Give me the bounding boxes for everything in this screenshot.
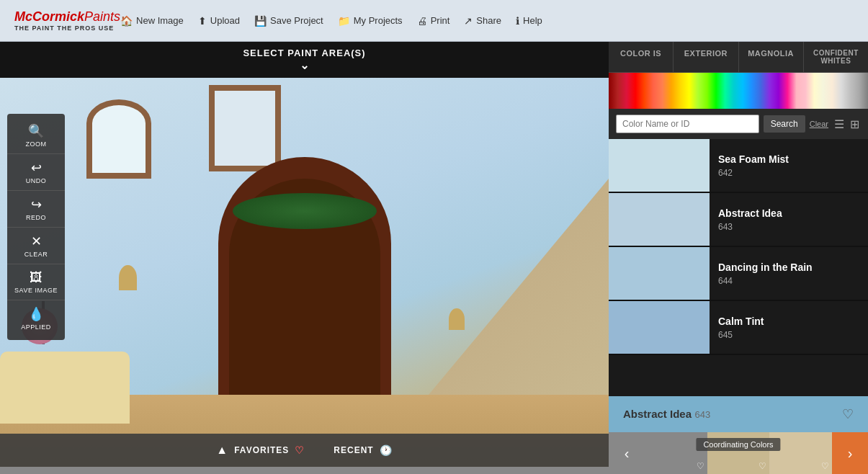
applied-label: APPLIED xyxy=(21,323,51,331)
new-image-label: New Image xyxy=(136,15,184,26)
color-swatch-sea-foam xyxy=(609,139,710,192)
redo-label: REDO xyxy=(26,214,46,221)
print-nav[interactable]: 🖨 Print xyxy=(417,15,450,27)
zoom-tool[interactable]: 🔍 ZOOM xyxy=(7,117,65,154)
applied-tool[interactable]: 💧 APPLIED xyxy=(7,300,65,336)
recent-label: RECENT xyxy=(334,445,373,455)
color-name-dancing-rain: Dancing in the Rain xyxy=(718,261,813,273)
share-nav[interactable]: ↗ Share xyxy=(464,15,501,27)
main-layout: SELECT PAINT AREA(S) ⌄ xyxy=(0,42,868,474)
color-item-calm-tint[interactable]: Calm Tint 645 xyxy=(609,301,868,355)
room-image-container: 🔍 ZOOM ↩ UNDO ↪ REDO ✕ CLEAR 🖼 SAVE xyxy=(0,78,609,467)
room-bg xyxy=(0,78,609,467)
zoom-label: ZOOM xyxy=(26,140,47,148)
window-center xyxy=(209,85,281,171)
clear-link[interactable]: Clear xyxy=(810,120,828,128)
save-image-tool[interactable]: 🖼 SAVE IMAGE xyxy=(7,264,65,300)
chevron-up-icon: ▲ xyxy=(216,444,228,457)
favorites-button[interactable]: ▲ FAVORITES ♡ xyxy=(216,444,305,457)
color-tabs: COLOR IS EXTERIOR MAGNOLIA CONFIDENT WHI… xyxy=(609,42,868,73)
color-swatch-dancing-rain xyxy=(609,247,710,300)
grid-view-icon[interactable]: ⊞ xyxy=(849,116,861,133)
applied-icon: 💧 xyxy=(28,306,44,322)
search-input[interactable] xyxy=(616,115,759,133)
my-projects-label: My Projects xyxy=(354,15,403,26)
color-name-sea-foam: Sea Foam Mist xyxy=(718,153,789,165)
help-label: Help xyxy=(523,15,542,26)
zoom-icon: 🔍 xyxy=(28,123,44,139)
color-item-dancing-rain[interactable]: Dancing in the Rain 644 xyxy=(609,247,868,301)
info-icon: ℹ xyxy=(516,15,519,27)
redo-icon: ↪ xyxy=(31,197,42,213)
color-swatch-abstract-idea xyxy=(609,193,710,246)
color-is-tab[interactable]: COLOR IS xyxy=(609,42,674,72)
new-image-nav[interactable]: 🏠 New Image xyxy=(120,15,184,27)
color-strip-gradient xyxy=(609,73,868,109)
coord-next-button[interactable]: › xyxy=(832,432,868,474)
upload-nav[interactable]: ⬆ Upload xyxy=(198,15,240,27)
undo-icon: ↩ xyxy=(31,160,42,176)
undo-label: UNDO xyxy=(26,177,47,184)
heart-icon: ♡ xyxy=(295,444,305,456)
header: McCormick Paints THE PAINT THE PROS USE … xyxy=(0,0,868,42)
exterior-tab[interactable]: EXTERIOR xyxy=(674,42,738,72)
clear-icon: ✕ xyxy=(31,233,42,249)
my-projects-nav[interactable]: 📁 My Projects xyxy=(338,15,403,27)
chair xyxy=(0,352,130,424)
help-nav[interactable]: ℹ Help xyxy=(516,15,542,27)
folder-icon: 📁 xyxy=(338,15,350,27)
selected-color-info: Abstract Idea 643 xyxy=(623,408,710,421)
share-label: Share xyxy=(476,15,501,26)
selected-color-bar: Abstract Idea 643 ♡ xyxy=(609,396,868,432)
logo-paints: Paints xyxy=(84,9,120,24)
left-panel: SELECT PAINT AREA(S) ⌄ xyxy=(0,42,609,474)
clear-tool[interactable]: ✕ CLEAR xyxy=(7,228,65,264)
tools-panel: 🔍 ZOOM ↩ UNDO ↪ REDO ✕ CLEAR 🖼 SAVE xyxy=(7,114,65,340)
print-icon: 🖨 xyxy=(417,15,427,27)
search-button[interactable]: Search xyxy=(764,115,805,133)
paint-area-title: SELECT PAINT AREA(S) xyxy=(243,48,365,58)
color-swatch-calm-tint xyxy=(609,301,710,354)
wall-light-right xyxy=(449,308,465,330)
color-item-sea-foam[interactable]: Sea Foam Mist 642 xyxy=(609,139,868,193)
upload-label: Upload xyxy=(210,15,240,26)
coord-heart-2[interactable]: ♡ xyxy=(759,461,766,471)
coord-heart-3[interactable]: ♡ xyxy=(821,461,829,471)
color-name-abstract-idea: Abstract Idea xyxy=(718,207,782,219)
list-view-icon[interactable]: ☰ xyxy=(833,116,846,133)
selected-heart-icon[interactable]: ♡ xyxy=(842,406,854,422)
upload-icon: ⬆ xyxy=(198,15,207,27)
redo-tool[interactable]: ↪ REDO xyxy=(7,191,65,228)
home-icon: 🏠 xyxy=(120,15,133,27)
color-info-dancing-rain: Dancing in the Rain 644 xyxy=(710,256,821,292)
coordinating-bar: ‹ ♡ ♡ ♡ Coordinating Colors › xyxy=(609,432,868,474)
color-number-abstract-idea: 643 xyxy=(718,222,782,232)
right-panel: COLOR IS EXTERIOR MAGNOLIA CONFIDENT WHI… xyxy=(609,42,868,474)
favorites-bar: ▲ FAVORITES ♡ RECENT 🕐 xyxy=(0,434,609,467)
save-image-icon: 🖼 xyxy=(30,270,42,285)
color-number-sea-foam: 642 xyxy=(718,168,789,178)
magnolia-tab[interactable]: MAGNOLIA xyxy=(739,42,804,72)
color-strip[interactable] xyxy=(609,73,868,109)
favorites-label: FAVORITES xyxy=(234,445,289,455)
color-item-abstract-idea[interactable]: Abstract Idea 643 xyxy=(609,193,868,247)
window-left xyxy=(86,99,151,179)
clock-icon: 🕐 xyxy=(380,444,393,456)
color-info-sea-foam: Sea Foam Mist 642 xyxy=(710,148,797,184)
color-info-calm-tint: Calm Tint 645 xyxy=(710,310,773,346)
color-number-calm-tint: 645 xyxy=(718,330,764,340)
color-name-calm-tint: Calm Tint xyxy=(718,316,764,327)
recent-button[interactable]: RECENT 🕐 xyxy=(334,444,392,456)
color-list: Sea Foam Mist 642 Abstract Idea 643 Danc… xyxy=(609,139,868,396)
save-project-nav[interactable]: 💾 Save Project xyxy=(254,15,323,27)
search-area: Search Clear ☰ ⊞ xyxy=(609,109,868,139)
color-info-abstract-idea: Abstract Idea 643 xyxy=(710,202,791,238)
coord-heart-1[interactable]: ♡ xyxy=(697,461,704,471)
logo-tagline: THE PAINT THE PROS USE xyxy=(14,24,114,32)
coord-prev-button[interactable]: ‹ xyxy=(609,432,645,474)
confident-whites-tab[interactable]: CONFIDENT WHITES xyxy=(804,42,868,72)
save-project-label: Save Project xyxy=(270,15,323,26)
logo: McCormick Paints THE PAINT THE PROS USE xyxy=(14,9,120,32)
undo-tool[interactable]: ↩ UNDO xyxy=(7,154,65,191)
wall-light-left xyxy=(119,265,137,290)
